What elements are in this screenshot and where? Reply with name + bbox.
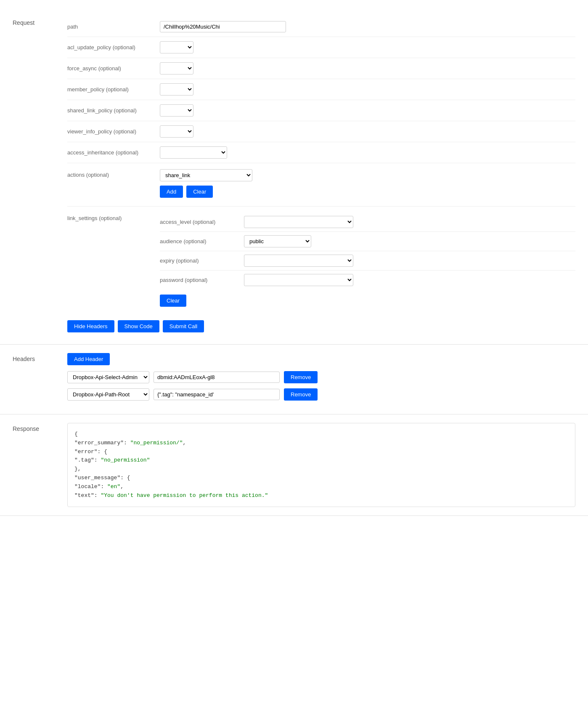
actions-buttons-row: Add Clear	[160, 186, 575, 198]
add-header-button[interactable]: Add Header	[67, 353, 110, 365]
response-line-8: "text": "You don't have permission to pe…	[74, 491, 568, 500]
actions-row: actions (optional) share_link create_lin…	[67, 163, 575, 207]
acl-update-policy-control: owner editors	[160, 41, 575, 53]
path-input[interactable]	[160, 21, 286, 32]
shared-link-policy-select[interactable]: anyone team no_one	[160, 104, 193, 117]
hide-headers-button[interactable]: Hide Headers	[67, 320, 114, 332]
link-settings-clear-button[interactable]: Clear	[160, 295, 186, 307]
member-policy-row: member_policy (optional) team anyone	[67, 79, 575, 100]
request-content: path acl_update_policy (optional) owner …	[67, 17, 575, 336]
audience-label: audience (optional)	[160, 238, 244, 244]
response-block: { "error_summary": "no_permission/", "er…	[67, 423, 575, 507]
actions-add-button[interactable]: Add	[160, 186, 183, 198]
response-line-2: "error_summary": "no_permission/",	[74, 439, 568, 448]
shared-link-policy-label: shared_link_policy (optional)	[67, 107, 160, 114]
headers-content: Add Header Dropbox-Api-Select-Admin Auth…	[67, 353, 575, 406]
force-async-control: true false	[160, 62, 575, 74]
header-value-input-1[interactable]	[154, 372, 280, 383]
actions-control: share_link create_link change_options ed…	[160, 169, 575, 202]
response-section: Response { "error_summary": "no_permissi…	[0, 414, 588, 516]
force-async-row: force_async (optional) true false	[67, 58, 575, 79]
shared-link-policy-control: anyone team no_one	[160, 104, 575, 117]
password-select[interactable]: disabled_with_warning disabled opt_out e…	[244, 274, 353, 286]
expiry-row: expiry (optional) disabled_with_warning …	[160, 251, 575, 271]
access-inheritance-control: inherit no_inherit	[160, 146, 575, 159]
password-row: password (optional) disabled_with_warnin…	[160, 271, 575, 289]
expiry-label: expiry (optional)	[160, 258, 244, 264]
add-header-row: Add Header	[67, 353, 575, 365]
path-row: path	[67, 17, 575, 37]
link-settings-clear-row: Clear	[160, 289, 575, 308]
member-policy-label: member_policy (optional)	[67, 86, 160, 93]
request-toolbar: Hide Headers Show Code Submit Call	[67, 313, 575, 336]
request-label: Request	[13, 17, 67, 336]
access-level-label: access_level (optional)	[160, 219, 244, 225]
password-label: password (optional)	[160, 277, 244, 283]
path-control	[160, 21, 575, 32]
response-line-3: "error": {	[74, 448, 568, 457]
actions-select[interactable]: share_link create_link change_options ed…	[160, 169, 252, 181]
path-label: path	[67, 24, 160, 30]
access-inheritance-row: access_inheritance (optional) inherit no…	[67, 142, 575, 163]
response-line-5: },	[74, 465, 568, 474]
acl-update-policy-row: acl_update_policy (optional) owner edito…	[67, 37, 575, 58]
response-content: { "error_summary": "no_permission/", "er…	[67, 423, 575, 507]
acl-update-policy-label: acl_update_policy (optional)	[67, 44, 160, 50]
link-settings-control: access_level (optional) viewer editor ma…	[160, 212, 575, 308]
link-settings-row: link_settings (optional) access_level (o…	[67, 207, 575, 313]
actions-select-row: share_link create_link change_options ed…	[160, 169, 575, 181]
audience-row: audience (optional) public team no_one	[160, 232, 575, 251]
viewer-info-policy-label: viewer_info_policy (optional)	[67, 128, 160, 135]
header-value-input-2[interactable]	[154, 389, 280, 400]
member-policy-select[interactable]: team anyone	[160, 83, 193, 96]
link-settings-label: link_settings (optional)	[67, 212, 160, 221]
actions-label: actions (optional)	[67, 169, 160, 178]
header-key-select-2[interactable]: Dropbox-Api-Select-Admin Authorization D…	[67, 388, 149, 401]
access-inheritance-select[interactable]: inherit no_inherit	[160, 146, 227, 159]
response-line-6: "user_message": {	[74, 474, 568, 483]
force-async-label: force_async (optional)	[67, 65, 160, 72]
header-remove-button-2[interactable]: Remove	[284, 388, 318, 401]
access-level-select[interactable]: viewer editor max	[244, 216, 353, 228]
headers-section: Headers Add Header Dropbox-Api-Select-Ad…	[0, 345, 588, 414]
access-inheritance-label: access_inheritance (optional)	[67, 149, 160, 156]
expiry-select[interactable]: disabled_with_warning disabled opt_out	[244, 255, 353, 267]
header-key-select-1[interactable]: Dropbox-Api-Select-Admin Authorization D…	[67, 371, 149, 383]
headers-label: Headers	[13, 353, 67, 406]
header-row-1: Dropbox-Api-Select-Admin Authorization D…	[67, 371, 575, 383]
response-line-4: ".tag": "no_permission"	[74, 456, 568, 465]
shared-link-policy-row: shared_link_policy (optional) anyone tea…	[67, 100, 575, 121]
response-line-7: "locale": "en",	[74, 483, 568, 491]
submit-call-button[interactable]: Submit Call	[163, 320, 204, 332]
header-remove-button-1[interactable]: Remove	[284, 371, 318, 383]
response-line-1: {	[74, 430, 568, 439]
force-async-select[interactable]: true false	[160, 62, 193, 74]
show-code-button[interactable]: Show Code	[118, 320, 159, 332]
viewer-info-policy-control: enabled disabled	[160, 125, 575, 138]
viewer-info-policy-row: viewer_info_policy (optional) enabled di…	[67, 121, 575, 142]
response-label: Response	[13, 423, 67, 507]
header-row-2: Dropbox-Api-Select-Admin Authorization D…	[67, 388, 575, 401]
request-section: Request path acl_update_policy (optional…	[0, 8, 588, 345]
audience-select[interactable]: public team no_one	[244, 235, 311, 247]
member-policy-control: team anyone	[160, 83, 575, 96]
viewer-info-policy-select[interactable]: enabled disabled	[160, 125, 193, 138]
acl-update-policy-select[interactable]: owner editors	[160, 41, 193, 53]
actions-clear-button[interactable]: Clear	[186, 186, 213, 198]
access-level-row: access_level (optional) viewer editor ma…	[160, 212, 575, 232]
